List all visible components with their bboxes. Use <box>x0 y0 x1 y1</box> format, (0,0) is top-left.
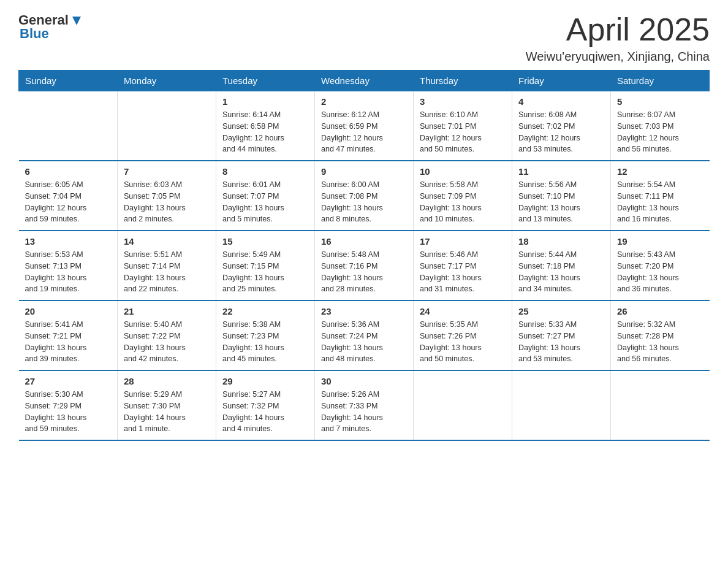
day-number: 13 <box>25 236 112 247</box>
day-info: Sunrise: 5:48 AM Sunset: 7:16 PM Dayligh… <box>321 249 407 295</box>
calendar-cell: 10Sunrise: 5:58 AM Sunset: 7:09 PM Dayli… <box>414 161 512 231</box>
day-number: 22 <box>222 306 308 316</box>
day-info: Sunrise: 6:03 AM Sunset: 7:05 PM Dayligh… <box>124 179 210 225</box>
day-number: 30 <box>321 376 407 386</box>
calendar-cell <box>118 91 216 161</box>
calendar-week-row: 27Sunrise: 5:30 AM Sunset: 7:29 PM Dayli… <box>19 370 710 440</box>
calendar-cell: 18Sunrise: 5:44 AM Sunset: 7:18 PM Dayli… <box>512 231 611 301</box>
day-number: 2 <box>321 96 407 107</box>
day-info: Sunrise: 6:01 AM Sunset: 7:07 PM Dayligh… <box>222 179 308 225</box>
title-block: April 2025 Weiwu'eryuqiwen, Xinjiang, Ch… <box>526 12 710 64</box>
calendar-cell: 5Sunrise: 6:07 AM Sunset: 7:03 PM Daylig… <box>611 91 710 161</box>
weekday-header-monday: Monday <box>118 71 216 91</box>
day-info: Sunrise: 5:53 AM Sunset: 7:13 PM Dayligh… <box>25 249 112 295</box>
day-number: 17 <box>420 236 506 247</box>
svg-marker-0 <box>72 17 81 25</box>
weekday-header-row: SundayMondayTuesdayWednesdayThursdayFrid… <box>19 71 710 91</box>
calendar-cell <box>512 370 611 440</box>
day-number: 11 <box>518 166 604 177</box>
day-info: Sunrise: 6:14 AM Sunset: 6:58 PM Dayligh… <box>222 109 308 155</box>
day-info: Sunrise: 5:32 AM Sunset: 7:28 PM Dayligh… <box>617 319 703 365</box>
calendar-cell: 14Sunrise: 5:51 AM Sunset: 7:14 PM Dayli… <box>118 231 216 301</box>
day-number: 7 <box>124 166 210 177</box>
weekday-header-wednesday: Wednesday <box>315 71 414 91</box>
day-info: Sunrise: 5:36 AM Sunset: 7:24 PM Dayligh… <box>321 319 407 365</box>
day-info: Sunrise: 6:07 AM Sunset: 7:03 PM Dayligh… <box>617 109 703 155</box>
calendar-cell: 28Sunrise: 5:29 AM Sunset: 7:30 PM Dayli… <box>118 370 216 440</box>
day-info: Sunrise: 5:40 AM Sunset: 7:22 PM Dayligh… <box>124 319 210 365</box>
calendar-cell: 21Sunrise: 5:40 AM Sunset: 7:22 PM Dayli… <box>118 301 216 370</box>
day-number: 4 <box>518 96 604 107</box>
day-info: Sunrise: 5:56 AM Sunset: 7:10 PM Dayligh… <box>518 179 604 225</box>
day-number: 14 <box>124 236 210 247</box>
weekday-header-sunday: Sunday <box>19 71 118 91</box>
day-number: 1 <box>222 96 308 107</box>
calendar-cell: 29Sunrise: 5:27 AM Sunset: 7:32 PM Dayli… <box>216 370 315 440</box>
day-info: Sunrise: 5:35 AM Sunset: 7:26 PM Dayligh… <box>420 319 506 365</box>
day-number: 5 <box>617 96 703 107</box>
weekday-header-saturday: Saturday <box>611 71 710 91</box>
day-number: 29 <box>222 376 308 386</box>
day-info: Sunrise: 5:51 AM Sunset: 7:14 PM Dayligh… <box>124 249 210 295</box>
calendar-cell: 2Sunrise: 6:12 AM Sunset: 6:59 PM Daylig… <box>315 91 414 161</box>
location-title: Weiwu'eryuqiwen, Xinjiang, China <box>526 50 710 64</box>
calendar-cell: 4Sunrise: 6:08 AM Sunset: 7:02 PM Daylig… <box>512 91 611 161</box>
calendar-week-row: 1Sunrise: 6:14 AM Sunset: 6:58 PM Daylig… <box>19 91 710 161</box>
calendar-cell: 17Sunrise: 5:46 AM Sunset: 7:17 PM Dayli… <box>414 231 512 301</box>
logo-blue-text: Blue <box>20 26 49 42</box>
calendar-cell <box>611 370 710 440</box>
day-number: 18 <box>518 236 604 247</box>
day-info: Sunrise: 6:12 AM Sunset: 6:59 PM Dayligh… <box>321 109 407 155</box>
day-info: Sunrise: 5:33 AM Sunset: 7:27 PM Dayligh… <box>518 319 604 365</box>
day-number: 12 <box>617 166 703 177</box>
day-info: Sunrise: 5:26 AM Sunset: 7:33 PM Dayligh… <box>321 389 407 435</box>
day-number: 24 <box>420 306 506 316</box>
weekday-header-thursday: Thursday <box>414 71 512 91</box>
calendar-cell: 16Sunrise: 5:48 AM Sunset: 7:16 PM Dayli… <box>315 231 414 301</box>
day-info: Sunrise: 5:38 AM Sunset: 7:23 PM Dayligh… <box>222 319 308 365</box>
day-number: 10 <box>420 166 506 177</box>
day-info: Sunrise: 5:27 AM Sunset: 7:32 PM Dayligh… <box>222 389 308 435</box>
day-info: Sunrise: 6:05 AM Sunset: 7:04 PM Dayligh… <box>25 179 112 225</box>
calendar-cell: 6Sunrise: 6:05 AM Sunset: 7:04 PM Daylig… <box>19 161 118 231</box>
calendar-week-row: 20Sunrise: 5:41 AM Sunset: 7:21 PM Dayli… <box>19 301 710 370</box>
calendar-cell: 13Sunrise: 5:53 AM Sunset: 7:13 PM Dayli… <box>19 231 118 301</box>
calendar-cell: 25Sunrise: 5:33 AM Sunset: 7:27 PM Dayli… <box>512 301 611 370</box>
day-info: Sunrise: 6:00 AM Sunset: 7:08 PM Dayligh… <box>321 179 407 225</box>
day-number: 6 <box>25 166 112 177</box>
day-info: Sunrise: 5:54 AM Sunset: 7:11 PM Dayligh… <box>617 179 703 225</box>
day-number: 19 <box>617 236 703 247</box>
calendar-week-row: 6Sunrise: 6:05 AM Sunset: 7:04 PM Daylig… <box>19 161 710 231</box>
calendar-cell: 1Sunrise: 6:14 AM Sunset: 6:58 PM Daylig… <box>216 91 315 161</box>
calendar-table: SundayMondayTuesdayWednesdayThursdayFrid… <box>18 70 710 441</box>
calendar-cell: 15Sunrise: 5:49 AM Sunset: 7:15 PM Dayli… <box>216 231 315 301</box>
calendar-cell: 22Sunrise: 5:38 AM Sunset: 7:23 PM Dayli… <box>216 301 315 370</box>
day-info: Sunrise: 5:44 AM Sunset: 7:18 PM Dayligh… <box>518 249 604 295</box>
day-number: 28 <box>124 376 210 386</box>
day-number: 9 <box>321 166 407 177</box>
calendar-cell: 9Sunrise: 6:00 AM Sunset: 7:08 PM Daylig… <box>315 161 414 231</box>
calendar-cell: 20Sunrise: 5:41 AM Sunset: 7:21 PM Dayli… <box>19 301 118 370</box>
calendar-cell: 23Sunrise: 5:36 AM Sunset: 7:24 PM Dayli… <box>315 301 414 370</box>
day-number: 25 <box>518 306 604 316</box>
day-info: Sunrise: 5:46 AM Sunset: 7:17 PM Dayligh… <box>420 249 506 295</box>
calendar-cell <box>414 370 512 440</box>
logo: General Blue <box>18 12 83 42</box>
day-number: 26 <box>617 306 703 316</box>
day-number: 8 <box>222 166 308 177</box>
day-info: Sunrise: 5:49 AM Sunset: 7:15 PM Dayligh… <box>222 249 308 295</box>
calendar-cell: 3Sunrise: 6:10 AM Sunset: 7:01 PM Daylig… <box>414 91 512 161</box>
calendar-cell <box>19 91 118 161</box>
month-title: April 2025 <box>526 12 710 47</box>
day-number: 16 <box>321 236 407 247</box>
day-number: 23 <box>321 306 407 316</box>
calendar-cell: 7Sunrise: 6:03 AM Sunset: 7:05 PM Daylig… <box>118 161 216 231</box>
calendar-cell: 8Sunrise: 6:01 AM Sunset: 7:07 PM Daylig… <box>216 161 315 231</box>
calendar-week-row: 13Sunrise: 5:53 AM Sunset: 7:13 PM Dayli… <box>19 231 710 301</box>
day-info: Sunrise: 5:29 AM Sunset: 7:30 PM Dayligh… <box>124 389 210 435</box>
day-info: Sunrise: 5:41 AM Sunset: 7:21 PM Dayligh… <box>25 319 112 365</box>
day-number: 20 <box>25 306 112 316</box>
day-info: Sunrise: 5:30 AM Sunset: 7:29 PM Dayligh… <box>25 389 112 435</box>
day-info: Sunrise: 5:43 AM Sunset: 7:20 PM Dayligh… <box>617 249 703 295</box>
calendar-cell: 12Sunrise: 5:54 AM Sunset: 7:11 PM Dayli… <box>611 161 710 231</box>
